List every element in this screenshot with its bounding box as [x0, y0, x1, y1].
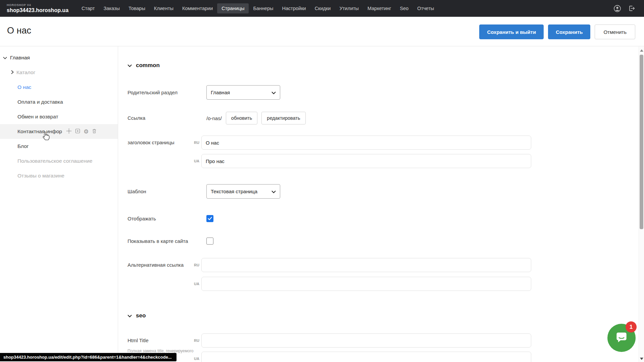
top-nav: HOROSHOP V4 shop34423.horoshop.ua Старт … [0, 0, 644, 17]
template-select[interactable]: Текстовая страница [206, 184, 280, 199]
section-title: seo [136, 312, 146, 319]
brand-domain: shop34423.horoshop.ua [7, 8, 68, 13]
sidebar-item-glavnaya[interactable]: Главная [0, 50, 118, 65]
page-title-ua-input[interactable] [201, 154, 531, 168]
nav-item-orders[interactable]: Заказы [99, 3, 124, 13]
header-actions: Сохранить и выйти Сохранить Отменить [479, 24, 635, 39]
page-edit-form: common Родительский раздел Главная Ссылк… [118, 46, 644, 362]
link-edit-button[interactable]: редактировать [261, 112, 305, 124]
sidebar-item-label: Обмен и возврат [17, 114, 58, 120]
link-path: /o-nas/ [206, 115, 222, 121]
nav-item-products[interactable]: Товары [124, 3, 150, 13]
section-common-header[interactable]: common [128, 62, 644, 69]
account-icon[interactable] [613, 5, 621, 12]
scrollbar-up-icon[interactable] [640, 49, 643, 52]
parent-section-label: Родительский раздел [128, 85, 191, 100]
nav-item-pages[interactable]: Страницы [217, 3, 249, 13]
sidebar-item-label: Контактная инфор [17, 128, 62, 135]
cancel-button[interactable]: Отменить [595, 24, 635, 39]
logout-icon[interactable] [628, 5, 635, 12]
sidebar-item-label: Каталог [16, 69, 35, 75]
sidebar-item-label: Отзывы о магазине [17, 173, 64, 179]
sidebar-item-katalog[interactable]: Каталог [0, 65, 118, 80]
page-title-field-label: заголовок страницы [128, 136, 191, 168]
link-label: Ссылка [128, 111, 191, 125]
app-window: HOROSHOP V4 shop34423.horoshop.ua Старт … [0, 0, 644, 362]
parent-section-select[interactable]: Главная [206, 85, 280, 100]
trash-icon[interactable] [92, 128, 97, 135]
move-icon[interactable] [66, 128, 72, 135]
chevron-down-icon [128, 62, 132, 69]
sitemap-label: Показывать в карте сайта [128, 238, 191, 245]
nav-item-seo[interactable]: Seo [396, 3, 413, 13]
sidebar-item-obmen-i-vozvrat[interactable]: Обмен и возврат [0, 109, 118, 124]
sidebar-item-label: Блог [17, 143, 29, 149]
section-seo-header[interactable]: seo [128, 312, 644, 319]
nav-item-comments[interactable]: Комментарии [178, 3, 217, 13]
sidebar-item-label: Пользовательское соглашение [17, 158, 92, 164]
lang-badge-ua: UA [191, 282, 199, 286]
lang-badge-ru: RU [191, 339, 199, 343]
sidebar-item-label: О нас [17, 84, 31, 90]
chat-unread-badge: 1 [626, 321, 637, 332]
nav-item-reports[interactable]: Отчеты [413, 3, 438, 13]
alt-link-ru-input[interactable] [201, 258, 531, 272]
pages-tree-sidebar: Главная Каталог О нас Оплата и доставка … [0, 46, 118, 362]
nav-item-utilities[interactable]: Утилиты [335, 3, 363, 13]
nav-menu: Старт Заказы Товары Клиенты Комментарии … [77, 3, 438, 13]
nav-item-banners[interactable]: Баннеры [249, 3, 278, 13]
lang-badge-ru: RU [191, 141, 199, 145]
vertical-scrollbar[interactable] [639, 47, 644, 362]
section-title: common [136, 62, 160, 69]
sidebar-item-kontaktnaya-informatsiya[interactable]: Контактная инфор ⚙ [0, 124, 118, 139]
lang-badge-ua: UA [191, 159, 199, 163]
nav-item-discounts[interactable]: Скидки [310, 3, 335, 13]
add-icon[interactable] [75, 128, 81, 135]
gear-icon[interactable]: ⚙ [84, 129, 89, 135]
nav-right-icons [613, 5, 635, 12]
lang-badge-ru: RU [191, 263, 199, 267]
save-and-exit-button[interactable]: Сохранить и выйти [479, 24, 544, 39]
chat-widget-button[interactable]: 1 [607, 324, 636, 352]
nav-item-marketing[interactable]: Маркетинг [363, 3, 396, 13]
brand-version: HOROSHOP V4 [7, 4, 68, 7]
sidebar-item-label: Главная [10, 55, 30, 61]
chat-icon [614, 330, 629, 346]
nav-item-start[interactable]: Старт [77, 3, 99, 13]
chevron-down-icon [128, 312, 132, 319]
save-button[interactable]: Сохранить [548, 24, 590, 39]
sidebar-item-blog[interactable]: Блог [0, 139, 118, 154]
template-label: Шаблон [128, 184, 191, 199]
scrollbar-down-icon[interactable] [640, 358, 643, 360]
html-title-ua-input[interactable] [201, 352, 531, 362]
page-title: О нас [7, 25, 31, 36]
select-value: Главная [211, 90, 230, 95]
display-checkbox[interactable] [206, 215, 213, 222]
sidebar-item-otzyvy-o-magazine[interactable]: Отзывы о магазине [0, 168, 118, 183]
chevron-down-icon [271, 189, 276, 194]
sidebar-item-label: Оплата и доставка [17, 99, 63, 105]
chevron-down-icon [3, 55, 7, 61]
link-refresh-button[interactable]: обновить [226, 112, 257, 124]
sidebar-item-o-nas[interactable]: О нас [0, 80, 118, 95]
html-title-ru-input[interactable] [201, 333, 531, 348]
sitemap-checkbox[interactable] [206, 238, 213, 245]
alt-link-label: Альтернативная ссылка [128, 258, 191, 291]
lang-badge-ua: UA [191, 357, 199, 361]
nav-item-clients[interactable]: Клиенты [150, 3, 178, 13]
nav-item-settings[interactable]: Настройки [278, 3, 310, 13]
brand-logo[interactable]: HOROSHOP V4 shop34423.horoshop.ua [7, 4, 68, 13]
scrollbar-thumb[interactable] [640, 55, 643, 229]
sidebar-item-oplata-i-dostavka[interactable]: Оплата и доставка [0, 95, 118, 109]
tree-item-actions: ⚙ [66, 128, 97, 135]
chevron-down-icon [271, 90, 276, 95]
status-url-bar: shop34423.horoshop.ua/edit/edit.php?id=6… [0, 353, 177, 361]
html-title-label: Html Title [128, 333, 191, 348]
alt-link-ua-input[interactable] [201, 277, 531, 291]
page-title-ru-input[interactable] [201, 136, 531, 150]
sidebar-item-polzovatelskoe-soglashenie[interactable]: Пользовательское соглашение [0, 154, 118, 168]
display-label: Отображать [128, 215, 191, 222]
select-value: Текстовая страница [211, 189, 257, 194]
page-header: О нас Сохранить и выйти Сохранить Отмени… [0, 17, 644, 46]
chevron-right-icon [11, 69, 14, 75]
